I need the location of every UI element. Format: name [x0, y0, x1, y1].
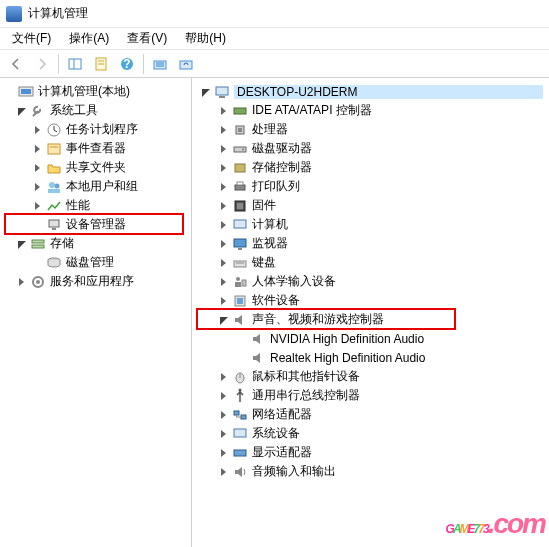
expander-icon[interactable] — [216, 465, 230, 479]
expander-icon[interactable] — [216, 142, 230, 156]
expander-icon[interactable] — [14, 104, 28, 118]
expander-icon[interactable] — [216, 370, 230, 384]
dev-cpu[interactable]: 处理器 — [192, 120, 549, 139]
expander-icon[interactable] — [216, 123, 230, 137]
expander-icon[interactable] — [216, 256, 230, 270]
dev-system[interactable]: 系统设备 — [192, 424, 549, 443]
expander-icon[interactable] — [216, 427, 230, 441]
tree-label: 监视器 — [252, 235, 543, 252]
dev-usb[interactable]: 通用串行总线控制器 — [192, 386, 549, 405]
tree-system-tools[interactable]: 系统工具 — [0, 101, 191, 120]
dev-audio-io[interactable]: 音频输入和输出 — [192, 462, 549, 481]
back-button[interactable] — [4, 52, 28, 76]
expander-icon[interactable] — [216, 446, 230, 460]
dev-mouse[interactable]: 鼠标和其他指针设备 — [192, 367, 549, 386]
menu-action[interactable]: 操作(A) — [61, 28, 117, 49]
dev-keyboard[interactable]: 键盘 — [192, 253, 549, 272]
expander-icon[interactable] — [2, 85, 16, 99]
dev-hid[interactable]: 人体学输入设备 — [192, 272, 549, 291]
dev-storage-ctrl[interactable]: 存储控制器 — [192, 158, 549, 177]
svg-rect-0 — [69, 59, 81, 69]
dev-network[interactable]: 网络适配器 — [192, 405, 549, 424]
expander-icon[interactable] — [30, 180, 44, 194]
svg-point-16 — [55, 183, 60, 188]
tree-label: NVIDIA High Definition Audio — [270, 332, 543, 346]
scan-button[interactable] — [148, 52, 172, 76]
tree-services[interactable]: 服务和应用程序 — [0, 272, 191, 291]
expander-icon[interactable] — [216, 313, 230, 327]
svg-rect-18 — [49, 220, 59, 227]
dev-software[interactable]: 软件设备 — [192, 291, 549, 310]
dev-root[interactable]: DESKTOP-U2HDERM — [192, 82, 549, 101]
expander-icon[interactable] — [14, 275, 28, 289]
menu-help[interactable]: 帮助(H) — [177, 28, 234, 49]
svg-rect-34 — [237, 182, 243, 185]
svg-point-24 — [36, 280, 40, 284]
tree-event-viewer[interactable]: 事件查看器 — [0, 139, 191, 158]
tree-label: 任务计划程序 — [66, 121, 185, 138]
menu-view[interactable]: 查看(V) — [119, 28, 175, 49]
expander-icon[interactable] — [14, 237, 28, 251]
dev-print[interactable]: 打印队列 — [192, 177, 549, 196]
expander-icon[interactable] — [198, 85, 212, 99]
tree-label: 存储控制器 — [252, 159, 543, 176]
refresh-button[interactable] — [174, 52, 198, 76]
expander-icon[interactable] — [216, 275, 230, 289]
show-hide-button[interactable] — [63, 52, 87, 76]
expander-icon[interactable] — [30, 199, 44, 213]
menu-file[interactable]: 文件(F) — [4, 28, 59, 49]
svg-rect-13 — [48, 144, 60, 154]
tree-root[interactable]: 计算机管理(本地) — [0, 82, 191, 101]
expander-icon[interactable] — [216, 104, 230, 118]
computer-icon — [232, 217, 248, 233]
dev-sound[interactable]: 声音、视频和游戏控制器 — [192, 310, 549, 329]
help-button[interactable]: ? — [115, 52, 139, 76]
dev-firmware[interactable]: 固件 — [192, 196, 549, 215]
svg-rect-9 — [180, 61, 192, 69]
svg-rect-25 — [216, 87, 228, 95]
expander-icon — [234, 351, 248, 365]
dev-ide[interactable]: IDE ATA/ATAPI 控制器 — [192, 101, 549, 120]
tree-label: 固件 — [252, 197, 543, 214]
tree-disk-mgmt[interactable]: 磁盘管理 — [0, 253, 191, 272]
svg-rect-17 — [48, 189, 60, 193]
tree-device-manager[interactable]: 设备管理器 — [0, 215, 191, 234]
tree-storage[interactable]: 存储 — [0, 234, 191, 253]
network-icon — [232, 407, 248, 423]
left-pane: 计算机管理(本地) 系统工具 任务计划程序 事件查看器 共享文件夹 本地用户和组 — [0, 78, 192, 547]
expander-icon[interactable] — [216, 199, 230, 213]
hid-icon — [232, 274, 248, 290]
expander-icon[interactable] — [30, 161, 44, 175]
expander-icon[interactable] — [216, 408, 230, 422]
dev-sound-nvidia[interactable]: NVIDIA High Definition Audio — [192, 329, 549, 348]
tree-performance[interactable]: 性能 — [0, 196, 191, 215]
forward-button[interactable] — [30, 52, 54, 76]
expander-icon[interactable] — [216, 294, 230, 308]
tools-icon — [30, 103, 46, 119]
expander-icon[interactable] — [30, 142, 44, 156]
dev-disk[interactable]: 磁盘驱动器 — [192, 139, 549, 158]
tree-label: 打印队列 — [252, 178, 543, 195]
expander-icon[interactable] — [216, 180, 230, 194]
dev-monitor[interactable]: 监视器 — [192, 234, 549, 253]
expander-icon[interactable] — [216, 218, 230, 232]
sound-icon — [250, 350, 266, 366]
tree-label: 事件查看器 — [66, 140, 185, 157]
tree-shared-folders[interactable]: 共享文件夹 — [0, 158, 191, 177]
expander-icon[interactable] — [216, 161, 230, 175]
tree-label: 人体学输入设备 — [252, 273, 543, 290]
tree-label: 键盘 — [252, 254, 543, 271]
expander-icon[interactable] — [216, 389, 230, 403]
svg-rect-19 — [52, 228, 56, 230]
expander-icon[interactable] — [30, 123, 44, 137]
disk-drive-icon — [232, 141, 248, 157]
svg-point-42 — [236, 277, 240, 281]
properties-button[interactable] — [89, 52, 113, 76]
dev-computer[interactable]: 计算机 — [192, 215, 549, 234]
dev-sound-realtek[interactable]: Realtek High Definition Audio — [192, 348, 549, 367]
dev-display[interactable]: 显示适配器 — [192, 443, 549, 462]
tree-task-scheduler[interactable]: 任务计划程序 — [0, 120, 191, 139]
monitor-icon — [232, 236, 248, 252]
tree-local-users[interactable]: 本地用户和组 — [0, 177, 191, 196]
expander-icon[interactable] — [216, 237, 230, 251]
